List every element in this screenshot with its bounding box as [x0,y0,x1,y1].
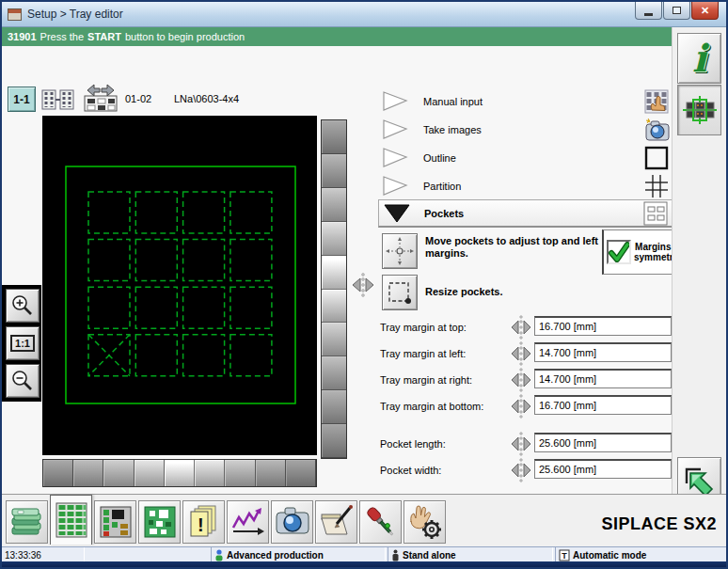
tray-pocket[interactable] [88,192,130,233]
spinner-pocket-width[interactable] [510,457,532,485]
expander-right-icon[interactable] [382,90,410,113]
field-label-pocket-length: Pocket length: [380,438,446,450]
standalone-icon [391,549,400,561]
tray-pocket[interactable] [183,335,225,376]
tray-pocket[interactable] [183,287,225,328]
tray-pocket[interactable] [88,240,130,281]
tray-margin-right-input[interactable] [534,369,672,388]
board-view-icon [141,503,179,541]
green-check-icon [609,242,629,262]
zoom-in-icon [10,293,35,318]
minimize-icon [644,13,653,16]
pocket-width-input[interactable] [534,459,672,479]
operation-mode-label: Automatic mode [573,550,646,561]
hand-gear-icon [406,503,444,541]
tray-pocket[interactable] [135,335,177,376]
tray-margin-top-input[interactable] [534,316,672,336]
screwdriver-icon [362,503,400,541]
tray-pocket[interactable] [135,240,177,281]
minimize-button[interactable] [635,2,662,20]
tray-margin-left-input[interactable] [534,342,672,362]
spinner-top[interactable] [510,314,532,342]
error-list-button[interactable]: ! [182,500,225,544]
tray-pocket[interactable] [183,240,225,281]
expander-right-icon[interactable] [382,147,410,169]
margins-symmetrical-checkbox[interactable] [607,240,631,264]
message-text-pre: Press the [40,31,84,42]
section-label: Outline [423,152,456,164]
tray-editor-window: Setup > Tray editor ✕ 31901 Press the ST… [0,0,728,569]
camera-button[interactable] [271,500,313,544]
zoom-out-button[interactable] [6,364,40,398]
section-partition[interactable]: Partition [378,173,673,199]
spinner-bottom[interactable] [510,393,532,421]
spinner-pocket-length[interactable] [510,431,532,459]
error-files-icon: ! [185,503,223,541]
field-label-pocket-width: Pocket width: [380,465,441,476]
close-button[interactable]: ✕ [691,2,719,20]
titlebar: Setup > Tray editor ✕ [2,2,726,27]
tray-pocket[interactable] [88,287,130,328]
svg-text:!: ! [198,514,204,535]
section-take-images[interactable]: Take images [378,117,673,143]
one-to-one-icon: 1:1 [10,335,35,352]
status-operation-mode: T Automatic mode [555,547,726,562]
spinner-right[interactable] [510,367,532,395]
window-title: Setup > Tray editor [27,8,123,21]
spinner-left[interactable] [510,340,532,369]
board-view-button[interactable] [138,500,181,544]
tray-view-1-1-button[interactable]: 1-1 [8,87,36,112]
margins-symmetrical-panel: Margins are symmetrical [602,229,675,275]
tray-editor-button[interactable] [677,85,721,135]
tray-pocket[interactable] [230,335,272,376]
restore-icon [673,7,681,14]
expander-down-icon[interactable] [383,202,411,225]
info-icon: i [692,40,706,77]
resize-icon [386,278,414,307]
tray-pocket[interactable] [230,287,272,328]
take-images-icon [643,118,670,142]
feeder-table-icon [53,500,90,540]
section-manual-input[interactable]: Manual input [378,88,673,115]
pocket-length-input[interactable] [534,433,672,452]
section-pockets[interactable]: Pockets [378,199,673,228]
tray-pocket[interactable] [135,287,177,328]
expander-right-icon[interactable] [382,175,410,198]
edit-data-button[interactable] [315,500,357,544]
move-pockets-button[interactable] [382,233,418,269]
expander-right-icon[interactable] [382,119,410,141]
folder-pen-icon [318,503,356,541]
section-outline[interactable]: Outline [378,145,673,171]
pan-spinner[interactable] [352,271,374,299]
service-button[interactable] [359,500,402,544]
tray-name-label: LNa\0603-4x4 [174,93,239,104]
field-label-left: Tray margin at left: [380,348,466,359]
tray-margin-bottom-input[interactable] [534,395,672,415]
board-stack-icon [8,503,46,541]
field-label-right: Tray margin at right: [380,374,472,386]
vertical-jog-bar[interactable] [321,119,347,459]
restore-button[interactable] [663,2,690,20]
tray-navigation-arrows-icon[interactable] [83,83,120,113]
manual-input-icon [644,89,669,114]
zoom-in-button[interactable] [6,289,40,323]
statistics-button[interactable] [227,500,269,544]
horizontal-jog-bar[interactable] [42,459,317,487]
feeder-table-button[interactable] [50,495,92,545]
zoom-actual-button[interactable]: 1:1 [6,326,40,360]
tray-pocket[interactable] [230,192,272,233]
production-stack-button[interactable] [6,500,48,544]
tray-canvas[interactable] [42,116,317,455]
statusbar: 13:33:36 Advanced production Stand alone… [2,546,726,561]
station-view-button[interactable] [94,500,136,544]
window-bottom-edge [2,561,726,567]
tray-pocket[interactable] [183,192,225,233]
svg-text:T: T [562,551,567,561]
tray-pocket[interactable] [230,240,272,281]
manual-operations-button[interactable] [404,500,446,544]
station-view-icon [97,503,135,541]
info-button[interactable]: i [677,33,721,84]
close-icon: ✕ [701,5,709,17]
tray-pocket[interactable] [135,192,177,233]
resize-pockets-button[interactable] [382,275,418,310]
